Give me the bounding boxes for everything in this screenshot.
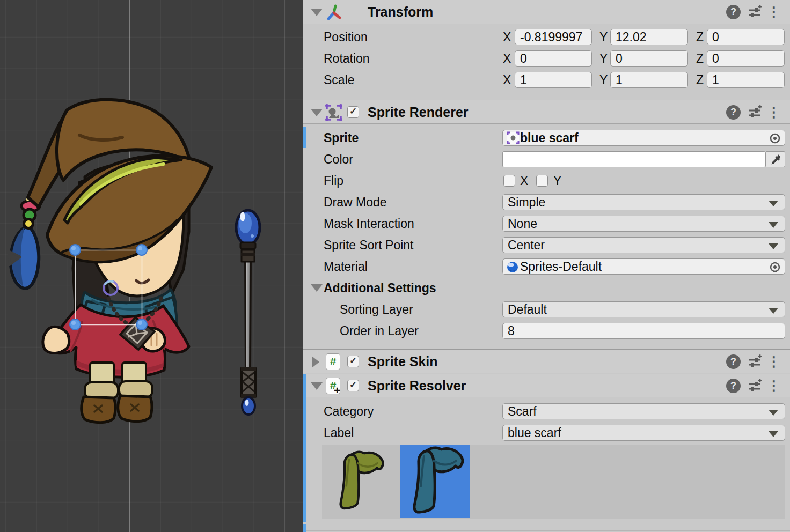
- scale-z-field[interactable]: 1: [707, 72, 785, 88]
- position-x-field[interactable]: -0.8199997: [515, 29, 592, 45]
- sprite-sort-point-dropdown[interactable]: Center: [502, 237, 785, 253]
- position-y-field[interactable]: 12.02: [610, 29, 688, 45]
- eyedropper-icon: [769, 153, 782, 166]
- sprite-renderer-header[interactable]: ✓ Sprite Renderer ? ⋮: [303, 100, 790, 124]
- sprite-resolver-header[interactable]: #+ ✓ Sprite Resolver ? ⋮: [303, 374, 790, 397]
- rotation-label: Rotation: [324, 51, 370, 66]
- chevron-down-icon: [769, 431, 778, 437]
- help-icon[interactable]: ?: [726, 105, 741, 120]
- mask-interaction-label: Mask Interaction: [324, 217, 414, 231]
- component-enabled-checkbox[interactable]: ✓: [347, 356, 359, 367]
- color-swatch[interactable]: [502, 151, 766, 167]
- flip-label: Flip: [324, 174, 343, 188]
- color-label: Color: [324, 152, 353, 167]
- staff-bottom-gem: [242, 397, 255, 415]
- category-dropdown[interactable]: Scarf: [502, 403, 785, 419]
- divider: [303, 530, 790, 531]
- presets-icon[interactable]: [747, 5, 762, 20]
- presets-icon[interactable]: [747, 105, 762, 120]
- rotation-x-field[interactable]: 0: [515, 50, 592, 66]
- scale-y-field[interactable]: 1: [610, 72, 688, 88]
- flip-y-label: Y: [553, 174, 561, 188]
- bead-yellow: [24, 219, 33, 228]
- more-menu-icon[interactable]: ⋮: [767, 5, 781, 19]
- object-picker-icon[interactable]: [769, 261, 781, 273]
- override-bar: [303, 374, 306, 522]
- transform-icon: [325, 3, 343, 21]
- axis-z-label: Z: [696, 30, 704, 45]
- label-dropdown[interactable]: blue scarf: [502, 425, 785, 441]
- order-in-layer-label: Order in Layer: [340, 324, 419, 338]
- draw-mode-value: Simple: [508, 195, 545, 209]
- chevron-down-icon: [769, 243, 778, 249]
- flip-y-checkbox[interactable]: [536, 175, 548, 187]
- foldout-icon[interactable]: [312, 356, 319, 368]
- transform-header[interactable]: Transform ? ⋮: [303, 0, 790, 24]
- more-menu-icon[interactable]: ⋮: [767, 105, 781, 120]
- foldout-icon[interactable]: [311, 9, 323, 16]
- axis-x-label: X: [503, 30, 511, 45]
- axis-y-label: Y: [599, 30, 608, 45]
- sprite-sort-point-label: Sprite Sort Point: [324, 238, 413, 253]
- flip-x-label: X: [520, 174, 528, 188]
- rotation-y-field[interactable]: 0: [610, 50, 688, 66]
- help-icon[interactable]: ?: [726, 379, 741, 393]
- order-in-layer-field[interactable]: 8: [502, 323, 785, 339]
- sprite-value: blue scarf: [520, 131, 579, 145]
- sorting-layer-label: Sorting Layer: [340, 302, 413, 317]
- sprite-renderer-title: Sprite Renderer: [368, 104, 469, 120]
- inspector-panel: Transform ? ⋮ Position X -0.8199997 Y 12…: [303, 0, 790, 532]
- help-icon[interactable]: ?: [726, 354, 741, 369]
- staff-sprite[interactable]: [236, 210, 260, 415]
- help-icon[interactable]: ?: [726, 5, 741, 19]
- chevron-down-icon: [769, 410, 778, 416]
- rotation-z-field[interactable]: 0: [707, 50, 785, 66]
- eyedropper-button[interactable]: [766, 151, 785, 167]
- material-value: Sprites-Default: [520, 260, 602, 274]
- more-menu-icon[interactable]: ⋮: [767, 354, 781, 369]
- scale-x-field[interactable]: 1: [515, 72, 592, 88]
- position-z-field[interactable]: 0: [707, 29, 785, 45]
- material-object-field[interactable]: Sprites-Default: [502, 258, 785, 275]
- sprite-variant-strip: [322, 445, 785, 519]
- material-label: Material: [324, 260, 368, 274]
- material-icon: [506, 261, 519, 274]
- axis-z-label: Z: [696, 51, 704, 66]
- presets-icon[interactable]: [747, 354, 762, 370]
- position-label: Position: [324, 30, 368, 45]
- category-label: Category: [324, 404, 374, 419]
- mask-interaction-dropdown[interactable]: None: [502, 216, 785, 232]
- label-label: Label: [324, 426, 354, 440]
- draw-mode-label: Draw Mode: [324, 195, 387, 210]
- scene-view[interactable]: [0, 0, 303, 532]
- axis-y-label: Y: [599, 51, 608, 66]
- presets-icon[interactable]: [747, 379, 762, 394]
- foldout-icon[interactable]: [311, 109, 323, 116]
- sprite-thumbnail-olive-scarf[interactable]: [328, 446, 390, 516]
- sprite-skin-title: Sprite Skin: [368, 354, 438, 370]
- axis-y-label: Y: [599, 73, 608, 87]
- override-bar: [303, 127, 306, 148]
- component-enabled-checkbox[interactable]: ✓: [347, 106, 359, 118]
- sprite-label: Sprite: [324, 131, 359, 145]
- flip-x-checkbox[interactable]: [503, 175, 515, 187]
- character-sprite[interactable]: [0, 0, 303, 532]
- sprite-object-field[interactable]: blue scarf: [502, 130, 785, 146]
- mask-interaction-value: None: [508, 217, 537, 231]
- sprite-sort-point-value: Center: [508, 238, 545, 252]
- sprite-skin-header[interactable]: # ✓ Sprite Skin ? ⋮: [303, 350, 790, 373]
- object-picker-icon[interactable]: [769, 132, 781, 144]
- component-enabled-checkbox[interactable]: ✓: [347, 380, 359, 391]
- axis-z-label: Z: [696, 73, 704, 87]
- draw-mode-dropdown[interactable]: Simple: [502, 194, 785, 210]
- sorting-layer-dropdown[interactable]: Default: [502, 301, 785, 317]
- foldout-icon[interactable]: [311, 284, 323, 292]
- foldout-icon[interactable]: [311, 382, 323, 390]
- scale-label: Scale: [324, 73, 355, 87]
- additional-settings-label[interactable]: Additional Settings: [324, 281, 436, 295]
- axis-x-label: X: [503, 73, 511, 87]
- sprite-thumbnail-blue-scarf-selected[interactable]: [400, 445, 470, 518]
- transform-title: Transform: [368, 4, 433, 20]
- more-menu-icon[interactable]: ⋮: [767, 379, 781, 393]
- script-plus-icon: #+: [326, 378, 340, 394]
